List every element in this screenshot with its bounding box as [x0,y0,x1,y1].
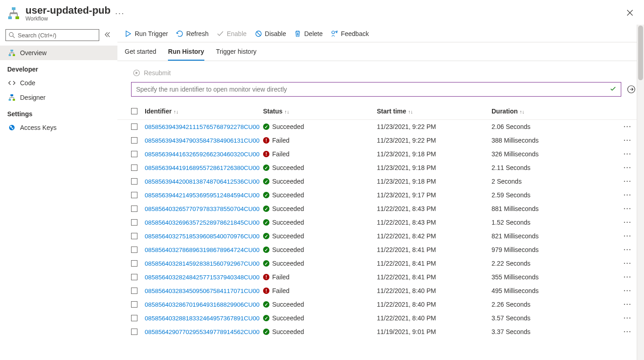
success-icon: ✓ [263,260,269,267]
feedback-icon [331,30,338,37]
scroll-thumb[interactable] [638,26,643,80]
run-id-link[interactable]: 08585640326577079783378550704CU00 [145,206,259,212]
row-checkbox[interactable] [131,247,137,253]
disable-button[interactable]: Disable [255,30,286,37]
table-row: 08585640326577079783378550704CU00✓Succee… [117,202,644,216]
row-checkbox[interactable] [131,288,137,294]
svg-rect-0 [12,7,15,10]
row-menu-icon[interactable]: ··· [624,314,632,322]
run-id-link[interactable]: 08585640327868963198678964724CU00 [145,247,259,253]
row-checkbox[interactable] [131,178,137,185]
row-menu-icon[interactable]: ··· [624,219,632,226]
play-icon [125,30,132,37]
refresh-button[interactable]: Refresh [176,30,208,37]
row-checkbox[interactable] [131,165,137,171]
run-id-link[interactable]: 08585640328345095067584117071CU00 [145,288,259,294]
row-checkbox[interactable] [131,137,137,144]
search-input[interactable]: Search (Ctrl+/) [5,29,99,41]
sidebar-item-overview[interactable]: Overview [0,46,117,60]
row-checkbox[interactable] [131,260,137,267]
status-label: Succeeded [272,232,304,240]
row-menu-icon[interactable]: ··· [624,301,632,308]
row-menu-icon[interactable]: ··· [624,164,632,171]
column-duration[interactable]: Duration↑↓ [492,108,619,115]
run-id-link[interactable]: 08585642907702955349778914562CU00 [145,329,259,335]
table-row: 08585642907702955349778914562CU00✓Succee… [117,325,644,339]
row-checkbox[interactable] [131,219,137,226]
delete-button[interactable]: Delete [294,30,322,37]
more-icon[interactable]: ··· [115,9,125,18]
sidebar-item-designer[interactable]: Designer [0,90,117,105]
start-time: 11/22/2021, 8:40 PM [377,314,492,322]
run-id-link[interactable]: 08585640326963572528978621845CU00 [145,219,259,226]
row-checkbox[interactable] [131,123,137,130]
tab-run-history[interactable]: Run History [168,42,204,61]
row-checkbox[interactable] [131,329,137,335]
sidebar-item-access-keys[interactable]: Access Keys [0,120,117,135]
success-icon: ✓ [263,315,269,321]
svg-rect-4 [10,50,13,51]
scrollbar[interactable] [637,25,644,360]
run-id-link[interactable]: 08585639442008138748706412536CU00 [145,178,259,185]
status-label: Failed [272,150,289,158]
main-content: Run Trigger Refresh Enable Disable Delet… [117,26,644,360]
run-trigger-button[interactable]: Run Trigger [125,30,168,37]
table-row: 08585639441632659266230460320CU00!Failed… [117,147,644,161]
run-id-link[interactable]: 08585639439421115765768792278CU00 [145,123,259,130]
run-id-link[interactable]: 08585639441632659266230460320CU00 [145,151,259,158]
row-checkbox[interactable] [131,151,137,157]
row-menu-icon[interactable]: ··· [624,178,632,185]
row-menu-icon[interactable]: ··· [624,205,632,212]
row-menu-icon[interactable]: ··· [624,150,632,158]
select-all-checkbox[interactable] [131,108,137,114]
column-status[interactable]: Status↑↓ [263,108,377,115]
tab-trigger-history[interactable]: Trigger history [216,42,257,61]
column-identifier[interactable]: Identifier↑↓ [145,108,263,115]
run-id-link[interactable]: 08585640328145928381560792967CU00 [145,260,259,267]
svg-point-10 [9,125,15,130]
run-id-link[interactable]: 08585640328248425771537940348CU00 [145,274,259,281]
row-menu-icon[interactable]: ··· [624,137,632,144]
resubmit-icon [133,69,140,77]
row-checkbox[interactable] [131,192,137,198]
row-menu-icon[interactable]: ··· [624,328,632,335]
success-icon: ✓ [263,178,269,185]
row-checkbox[interactable] [131,206,137,212]
status-label: Succeeded [272,219,304,226]
row-menu-icon[interactable]: ··· [624,123,632,130]
run-id-link[interactable]: 08585639439479035847384906131CU00 [145,137,259,144]
tab-get-started[interactable]: Get started [125,42,156,61]
row-checkbox[interactable] [131,274,137,280]
row-menu-icon[interactable]: ··· [624,246,632,253]
toolbar: Run Trigger Refresh Enable Disable Delet… [117,26,644,42]
row-menu-icon[interactable]: ··· [624,232,632,240]
run-id-link[interactable]: 08585640328670196493168829906CU00 [145,301,259,308]
start-time: 11/23/2021, 9:18 PM [377,150,492,158]
code-icon [8,79,15,87]
close-icon[interactable] [623,7,637,20]
go-button[interactable] [626,84,637,95]
row-checkbox[interactable] [131,233,137,239]
row-checkbox[interactable] [131,315,137,321]
status-label: Succeeded [272,205,304,212]
svg-rect-1 [8,16,12,19]
feedback-button[interactable]: Feedback [331,30,369,37]
row-menu-icon[interactable]: ··· [624,273,632,281]
column-start-time[interactable]: Start time↑↓ [377,108,492,115]
row-menu-icon[interactable]: ··· [624,287,632,294]
run-id-link[interactable]: 08585640327518539608540070976CU00 [145,233,259,240]
run-id-link[interactable]: 08585639442149536959512484594CU00 [145,192,259,199]
run-id-link[interactable]: 08585639441916895572861726380CU00 [145,165,259,171]
table-row: 08585639442008138748706412536CU00✓Succee… [117,175,644,188]
table-row: 08585640328670196493168829906CU00✓Succee… [117,298,644,311]
fail-icon: ! [263,274,269,280]
row-menu-icon[interactable]: ··· [624,260,632,267]
row-checkbox[interactable] [131,301,137,308]
svg-rect-2 [15,16,19,19]
sidebar-item-code[interactable]: Code [0,76,117,90]
collapse-sidebar-icon[interactable] [103,31,112,40]
run-id-link[interactable]: 08585640328818332464957367891CU00 [145,315,259,322]
svg-point-11 [10,126,12,128]
filter-input[interactable] [131,82,621,97]
row-menu-icon[interactable]: ··· [624,191,632,199]
